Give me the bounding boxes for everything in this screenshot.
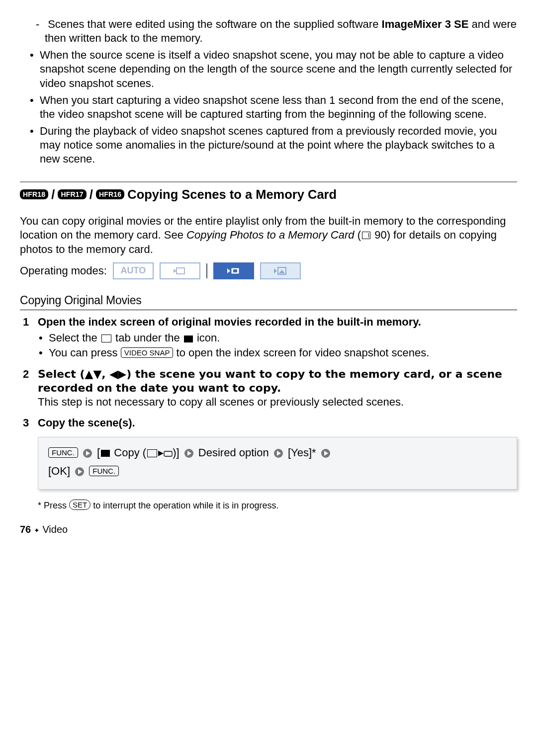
step-title: Select (▲▼, ◀▶) the scene you want to co… [38, 367, 517, 395]
chevron-icon [321, 446, 331, 463]
operating-modes-label: Operating modes: [20, 264, 107, 278]
svg-marker-6 [274, 268, 277, 273]
svg-rect-5 [233, 269, 237, 272]
steps-list: Open the index screen of original movies… [20, 315, 517, 430]
func-button-label: FUNC. [48, 447, 78, 458]
model-badge: HFR16 [96, 189, 124, 199]
step-title: Copy the scene(s). [38, 416, 517, 430]
svg-rect-11 [164, 451, 172, 456]
section-heading: HFR18/HFR17/HFR16 Copying Scenes to a Me… [20, 186, 517, 203]
svg-marker-2 [227, 268, 230, 273]
mode-divider [206, 263, 207, 278]
mode-playback-movie [213, 262, 254, 279]
mode-auto: AUTO [113, 262, 154, 279]
memory-tab-icon [101, 335, 111, 342]
step-body: This step is not necessary to copy all s… [38, 395, 517, 409]
note-item: During the playback of video snapshot sc… [40, 124, 517, 166]
step-2: Select (▲▼, ◀▶) the scene you want to co… [38, 367, 517, 409]
sd-card-icon [164, 451, 173, 457]
chevron-icon [273, 446, 283, 463]
svg-marker-8 [279, 270, 285, 273]
chevron-icon [83, 446, 92, 463]
model-badge: HFR17 [58, 189, 86, 199]
svg-rect-0 [177, 268, 184, 274]
video-snap-button-label: VIDEO SNAP [121, 347, 174, 358]
playback-movie-icon [226, 266, 241, 275]
chevron-icon [75, 465, 85, 481]
step-sub-item: You can press VIDEO SNAP to open the ind… [49, 346, 517, 360]
func-button-label: FUNC. [89, 466, 119, 476]
subsection-heading: Copying Original Movies [20, 293, 517, 308]
notes-list: When the source scene is itself a video … [20, 48, 517, 166]
chevron-icon [184, 446, 194, 463]
procedure-box: FUNC. [ Copy (▸)] Desired option [Yes]* … [38, 437, 517, 490]
movie-mode-icon [101, 450, 110, 457]
subsection-rule [20, 310, 517, 310]
step-sub-item: Select the tab under the icon. [49, 331, 517, 345]
model-badge: HFR18 [20, 189, 48, 199]
note-item: When you start capturing a video snapsho… [40, 93, 517, 121]
internal-memory-icon [147, 449, 157, 457]
manual-ref-icon [362, 232, 370, 239]
mode-record-disabled [160, 262, 200, 279]
section-title-text: Copying Scenes to a Memory Card [127, 186, 337, 203]
camcorder-outline-icon [174, 266, 186, 275]
step-title: Open the index screen of original movies… [38, 315, 517, 329]
continuation-note: Scenes that were edited using the softwa… [45, 17, 517, 45]
step-3: Copy the scene(s). [38, 416, 517, 430]
step-1: Open the index screen of original movies… [38, 315, 517, 360]
section-divider [20, 181, 517, 185]
page-footer: 76 ✦ Video [20, 523, 517, 536]
movie-mode-icon [184, 336, 193, 342]
mode-playback-photo [260, 262, 301, 279]
set-button-label: SET [69, 500, 90, 510]
intro-paragraph: You can copy original movies or the enti… [20, 214, 517, 256]
note-item: When the source scene is itself a video … [40, 48, 517, 90]
operating-modes-row: Operating modes: AUTO [20, 262, 517, 279]
playback-photo-icon [274, 266, 287, 275]
footnote: * Press SET to interrupt the operation w… [38, 500, 517, 511]
